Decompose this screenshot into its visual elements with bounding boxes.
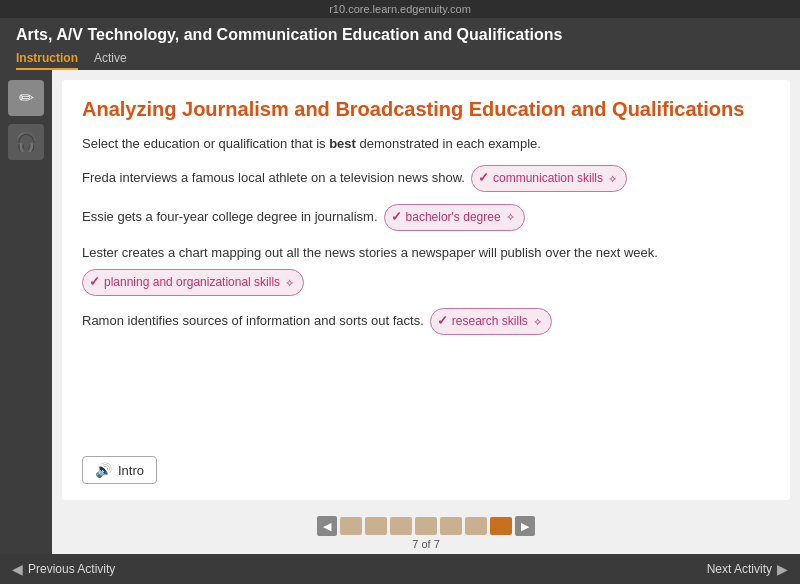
page-dots: ◀ ▶ [317,516,535,536]
answer-pill-4[interactable]: ✓ research skills ⟡ [430,308,552,335]
page-dot-2[interactable] [365,517,387,535]
answer-pill-3[interactable]: ✓ planning and organizational skills ⟡ [82,269,304,296]
answer-pill-2[interactable]: ✓ bachelor's degree ⟡ [384,204,525,231]
intro-section: 🔊 Intro [82,448,770,484]
question-block-3: Lester creates a chart mapping out all t… [82,243,770,297]
check-icon-1: ✓ [478,168,489,189]
check-icon-3: ✓ [89,272,100,293]
question-text-3: Lester creates a chart mapping out all t… [82,243,658,264]
intro-label: Intro [118,463,144,478]
url-display: r10.core.learn.edgenuity.com [329,3,471,15]
tab-instruction[interactable]: Instruction [16,48,78,70]
footer: ◀ Previous Activity Next Activity ▶ [0,554,800,584]
dropdown-arrow-1: ⟡ [609,170,616,188]
page-dot-5[interactable] [440,517,462,535]
check-icon-2: ✓ [391,207,402,228]
header: Arts, A/V Technology, and Communication … [0,18,800,70]
pencil-icon: ✏ [19,87,34,109]
next-arrow-icon: ▶ [777,561,788,577]
question-text-2: Essie gets a four-year college degree in… [82,207,378,228]
content-card: Analyzing Journalism and Broadcasting Ed… [62,80,790,500]
next-activity-label: Next Activity [707,562,772,576]
top-bar: r10.core.learn.edgenuity.com [0,0,800,18]
page-dot-4[interactable] [415,517,437,535]
prev-activity-button[interactable]: ◀ Previous Activity [12,561,115,577]
check-icon-4: ✓ [437,311,448,332]
speaker-icon: 🔊 [95,462,112,478]
question-block-1: Freda interviews a famous local athlete … [82,165,770,192]
instruction-text: Select the education or qualification th… [82,136,770,151]
page-dot-6[interactable] [465,517,487,535]
page-dot-1[interactable] [340,517,362,535]
answer-text-4: research skills [452,312,528,331]
page-dot-3[interactable] [390,517,412,535]
prev-page-arrow[interactable]: ◀ [317,516,337,536]
dropdown-arrow-3: ⟡ [286,274,293,292]
next-page-arrow[interactable]: ▶ [515,516,535,536]
question-text-1: Freda interviews a famous local athlete … [82,168,465,189]
headphone-icon: 🎧 [15,131,37,153]
question-block-4: Ramon identifies sources of information … [82,308,770,335]
next-activity-button[interactable]: Next Activity ▶ [707,561,788,577]
tab-status: Active [94,48,127,70]
answer-text-3: planning and organizational skills [104,273,280,292]
question-text-4: Ramon identifies sources of information … [82,311,424,332]
answer-text-1: communication skills [493,169,603,188]
pencil-button[interactable]: ✏ [8,80,44,116]
answer-pill-1[interactable]: ✓ communication skills ⟡ [471,165,627,192]
prev-activity-label: Previous Activity [28,562,115,576]
question-block-2: Essie gets a four-year college degree in… [82,204,770,231]
prev-arrow-icon: ◀ [12,561,23,577]
headphone-button[interactable]: 🎧 [8,124,44,160]
sidebar: ✏ 🎧 [0,70,52,554]
dropdown-arrow-4: ⟡ [534,313,541,331]
dropdown-arrow-2: ⟡ [507,208,514,226]
main-layout: ✏ 🎧 Analyzing Journalism and Broadcastin… [0,70,800,554]
page-dot-7[interactable] [490,517,512,535]
intro-button[interactable]: 🔊 Intro [82,456,157,484]
course-title: Arts, A/V Technology, and Communication … [16,26,784,44]
answer-text-2: bachelor's degree [406,208,501,227]
header-tabs: Instruction Active [16,48,784,70]
page-count: 7 of 7 [412,538,440,550]
card-title: Analyzing Journalism and Broadcasting Ed… [82,96,770,122]
content-area: Analyzing Journalism and Broadcasting Ed… [52,70,800,554]
bottom-nav: ◀ ▶ 7 of 7 [52,510,800,554]
